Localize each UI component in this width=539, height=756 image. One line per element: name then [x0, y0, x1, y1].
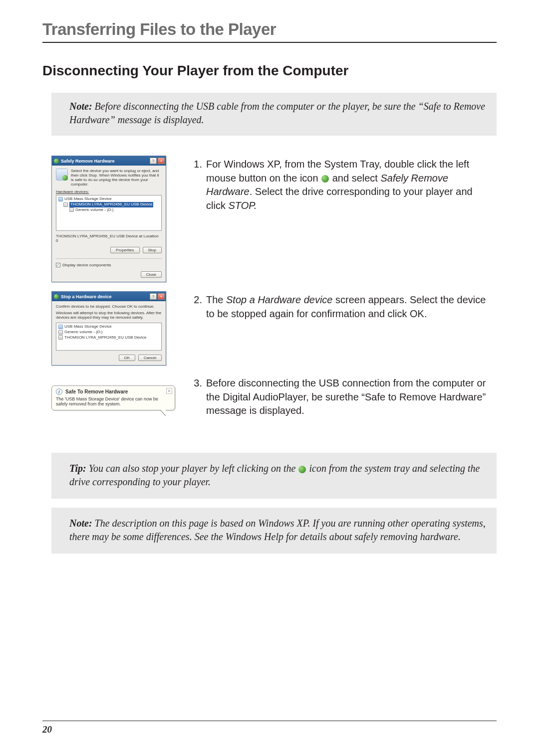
step-body: For Windows XP, from the System Tray, do…: [206, 158, 493, 212]
stop-button[interactable]: Stop: [143, 247, 162, 253]
usb-icon: [58, 325, 63, 329]
balloon-body: The 'USB Mass Storage Device' device can…: [56, 396, 171, 406]
balloon-tail: [160, 410, 166, 416]
list-item[interactable]: USB Mass Storage Device: [64, 324, 112, 330]
list-item[interactable]: THOMSON LYRA_MPR2456_EU USB Device: [64, 335, 146, 341]
dialog-title: Safely Remove Hardware: [61, 159, 115, 164]
note-body: The description on this page is based on…: [69, 518, 486, 542]
list-item[interactable]: Generic volume - (D:): [64, 330, 102, 335]
step-number: 2.: [183, 293, 202, 321]
stop-hardware-device-dialog: Stop a Hardware device ? × Confirm devic…: [51, 291, 166, 366]
tray-icon: [321, 175, 329, 183]
safe-to-remove-balloon: × i Safe To Remove Hardware The 'USB Mas…: [51, 385, 175, 410]
stop-devices-list[interactable]: USB Mass Storage Device Generic volume -…: [56, 323, 162, 351]
bottom-note-box: Note: The description on this page is ba…: [51, 508, 497, 554]
tip-lead: Tip:: [69, 463, 86, 474]
display-components-checkbox[interactable]: ✓: [56, 263, 60, 267]
tip-body: You can also stop your player by left cl…: [69, 463, 480, 487]
confirm-text: Confirm devices to be stopped. Choose OK…: [56, 304, 162, 309]
volume-icon: [58, 330, 63, 335]
drive-icon: [58, 335, 63, 340]
balloon-title: Safe To Remove Hardware: [65, 389, 128, 394]
balloon-close-button[interactable]: ×: [166, 388, 172, 394]
tray-icon: [54, 159, 59, 164]
device-location-text: THOMSON LYRA_MPR2456_EU USB Device at Lo…: [56, 234, 162, 243]
step-number: 1.: [183, 158, 202, 212]
step-body: The Stop a Hardware device screen appear…: [206, 293, 493, 321]
tray-icon: [54, 294, 59, 299]
list-item[interactable]: USB Mass Storage Device: [64, 196, 112, 202]
list-item[interactable]: Generic volume - (D:): [75, 207, 113, 213]
close-button[interactable]: ×: [158, 158, 165, 164]
dialog-titlebar: Stop a Hardware device ? ×: [52, 292, 166, 301]
step-1: Safely Remove Hardware ? × Select the de…: [42, 156, 497, 282]
dialog-titlebar: Safely Remove Hardware ? ×: [52, 156, 166, 166]
tip-box: Tip: You can also stop your player by le…: [51, 453, 497, 499]
cancel-button[interactable]: Cancel: [138, 355, 162, 361]
close-button[interactable]: ×: [158, 293, 165, 300]
help-button[interactable]: ?: [150, 158, 157, 164]
hardware-devices-list[interactable]: USB Mass Storage Device THOMSON LYRA_MPR…: [56, 195, 162, 231]
tray-icon: [298, 466, 306, 473]
page-number: 20: [42, 724, 52, 735]
note-lead: Note:: [69, 101, 92, 112]
close-dialog-button[interactable]: Close: [141, 271, 162, 278]
step-body: Before disconnecting the USB connection …: [206, 377, 493, 418]
volume-icon: [69, 207, 74, 212]
page-footer: 20: [42, 721, 497, 735]
drive-icon: [63, 202, 68, 207]
ok-button[interactable]: OK: [119, 355, 136, 361]
properties-button[interactable]: Properties: [110, 247, 139, 253]
note-body: Before disconnecting the USB cable from …: [69, 101, 485, 125]
device-icon: [56, 169, 68, 181]
hardware-devices-label: Hardware devices:: [56, 189, 162, 194]
step-3: × i Safe To Remove Hardware The 'USB Mas…: [42, 375, 497, 418]
display-components-label: Display device components: [62, 263, 111, 267]
section-title: Disconnecting Your Player from the Compu…: [42, 63, 497, 79]
top-note-box: Note: Before disconnecting the USB cable…: [51, 93, 497, 136]
step-2: Stop a Hardware device ? × Confirm devic…: [42, 291, 497, 366]
safely-remove-hardware-dialog: Safely Remove Hardware ? × Select the de…: [51, 156, 166, 282]
note-lead: Note:: [69, 518, 92, 529]
step-number: 3.: [183, 377, 202, 418]
chapter-title: Transferring Files to the Player: [42, 20, 497, 43]
warning-text: Windows will attempt to stop the followi…: [56, 311, 162, 320]
usb-icon: [58, 197, 63, 201]
list-item-selected[interactable]: THOMSON LYRA_MPR2456_EU USB Device: [69, 202, 153, 207]
info-icon: i: [56, 388, 62, 395]
dialog-instructions: Select the device you want to unplug or …: [71, 169, 162, 187]
dialog-title: Stop a Hardware device: [61, 294, 112, 299]
help-button[interactable]: ?: [150, 293, 157, 300]
